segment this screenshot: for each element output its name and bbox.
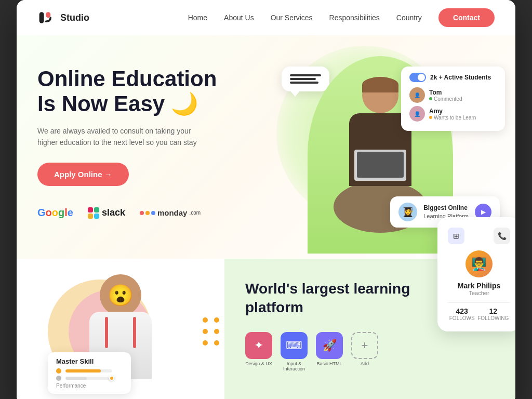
design-label: Design & UX: [245, 361, 272, 366]
add-icon-box[interactable]: +: [351, 332, 378, 359]
student-row-tom: 👤 Tom Commented: [409, 87, 497, 103]
status-dot-green: [429, 97, 432, 100]
active-students-title: 2k + Active Students: [430, 74, 491, 81]
active-students-card: 2k + Active Students 👤 Tom Commented 👤: [401, 66, 505, 131]
slack-logo: slack: [88, 207, 125, 219]
svg-rect-0: [39, 12, 44, 23]
laptop: [354, 150, 406, 181]
nav-links: Home About Us Our Services Responsibilit…: [188, 13, 422, 22]
hero-title: Online Education Is Now Easy 🌙: [37, 66, 256, 117]
monday-logo: monday.com: [140, 208, 201, 217]
profile-card-icon-phone[interactable]: 📞: [494, 228, 510, 244]
amy-avatar: 👤: [409, 106, 425, 122]
profile-name: Mark Philips: [448, 282, 510, 290]
slack-icon: [88, 207, 99, 219]
skill-track-1: [65, 369, 112, 373]
orange-dot-5: [203, 340, 208, 345]
icon-item-input: ⌨ Input & Interaction: [281, 332, 308, 371]
tom-info: Tom Commented: [429, 89, 462, 102]
orange-dot-6: [214, 340, 219, 345]
lp-avatar: 👩‍🎓: [398, 203, 417, 221]
bottom-section: 😮 Master Skill: [17, 259, 515, 399]
icon-item-design: ✦ Design & UX: [245, 332, 272, 371]
student-row-amy: 👤 Amy Wants to be Learn: [409, 106, 497, 122]
profile-card-top: ⊞ 📞: [448, 228, 510, 244]
icon-item-add: + Add: [351, 332, 378, 371]
profile-role: Teacher: [448, 290, 510, 296]
design-icon-box[interactable]: ✦: [245, 332, 272, 359]
profile-card-icon-grid[interactable]: ⊞: [448, 228, 464, 244]
skill-bar-row-2: [56, 376, 123, 381]
amy-info: Amy Wants to be Learn: [429, 108, 476, 121]
skill-label: Performance: [56, 383, 123, 389]
navbar: Studio Home About Us Our Services Respon…: [17, 0, 515, 35]
hero-content: Online Education Is Now Easy 🌙 We are al…: [37, 56, 256, 219]
suspender-right: [133, 317, 136, 348]
html-label: Basic HTML: [316, 361, 342, 366]
follows-label: FOLLOWS: [449, 315, 475, 321]
follows-value: 423: [449, 307, 475, 315]
logo[interactable]: Studio: [37, 8, 89, 27]
following-stat: 12 FOLLOWING: [477, 307, 509, 321]
icons-row: ✦ Design & UX ⌨ Input & Interaction 🚀 Ba…: [245, 332, 495, 371]
browser-window: Studio Home About Us Our Services Respon…: [17, 0, 515, 399]
skill-fill-2: [65, 377, 87, 380]
card-header: 2k + Active Students: [409, 73, 497, 82]
tom-avatar: 👤: [409, 87, 425, 103]
following-value: 12: [477, 307, 509, 315]
student-hair: [362, 77, 398, 92]
brand-name: Studio: [60, 12, 89, 23]
skill-card: Master Skill Performance: [48, 352, 131, 394]
teacher-head-area: 😮: [100, 274, 141, 316]
input-icon-box[interactable]: ⌨: [281, 332, 308, 359]
bottom-right: World's largest learning platform ✦ Desi…: [224, 259, 515, 399]
profile-divider: [448, 302, 510, 303]
toggle-active[interactable]: [409, 73, 426, 82]
orange-dots: [203, 317, 219, 345]
student-head: [362, 77, 398, 113]
following-label: FOLLOWING: [477, 315, 509, 321]
icon-item-html: 🚀 Basic HTML: [316, 332, 343, 371]
status-dot-orange: [429, 116, 432, 119]
hero-subtitle: We are always availed to consult on taki…: [37, 125, 204, 149]
teacher-face: 😮: [100, 274, 141, 316]
orange-dot-3: [203, 329, 208, 334]
hero-emoji: 🌙: [171, 91, 198, 116]
profile-avatar: 👨‍🏫: [466, 250, 493, 277]
partners: Google slack monday.com: [37, 207, 256, 219]
html-icon-box[interactable]: 🚀: [316, 332, 343, 359]
nav-home[interactable]: Home: [188, 14, 207, 22]
nav-country[interactable]: Country: [396, 14, 422, 22]
suspender-left: [105, 317, 108, 348]
orange-dot-1: [203, 317, 208, 323]
skill-bar-row-1: [56, 368, 123, 374]
skill-title: Master Skill: [56, 357, 123, 365]
google-logo: Google: [37, 207, 73, 219]
orange-dot-2: [214, 317, 219, 323]
add-label: Add: [361, 361, 369, 366]
monday-dots: [140, 211, 155, 215]
orange-dot-4: [214, 329, 219, 334]
skill-fill-1: [65, 369, 101, 373]
apply-online-button[interactable]: Apply Online →: [37, 163, 129, 186]
follows-stat: 423 FOLLOWS: [449, 307, 475, 321]
laptop-screen: [357, 152, 404, 178]
profile-stats: 423 FOLLOWS 12 FOLLOWING: [448, 307, 510, 321]
nav-about[interactable]: About Us: [224, 14, 254, 22]
skill-dot-gray: [56, 376, 61, 381]
input-label: Input & Interaction: [281, 361, 308, 371]
skill-track-2: [65, 377, 112, 380]
svg-rect-1: [46, 12, 50, 18]
skill-handle[interactable]: [109, 376, 114, 381]
nav-services[interactable]: Our Services: [271, 14, 313, 22]
profile-card: ⊞ 📞 👨‍🏫 Mark Philips Teacher 423 FOLLOWS…: [437, 217, 515, 331]
logo-icon: [37, 8, 56, 27]
skill-dot-orange: [56, 368, 61, 374]
bottom-left: 😮 Master Skill: [17, 259, 224, 399]
nav-responsibilities[interactable]: Responsibilities: [329, 14, 380, 22]
contact-button[interactable]: Contact: [438, 8, 495, 27]
